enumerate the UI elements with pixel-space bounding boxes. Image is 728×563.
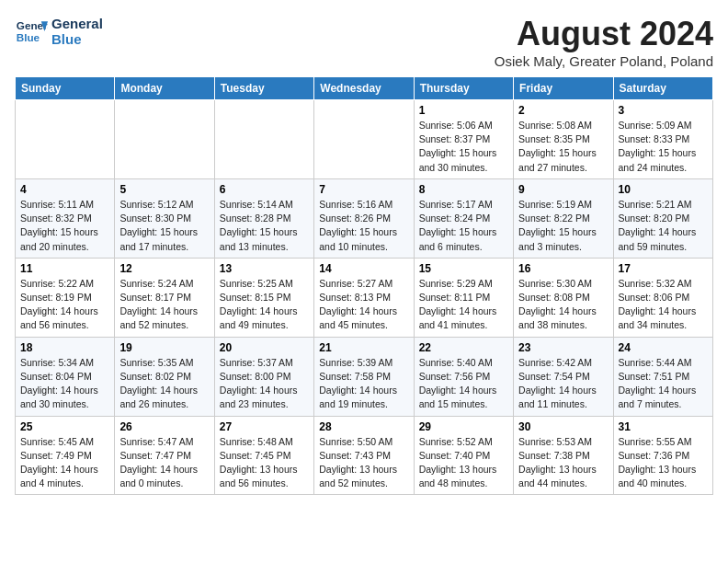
calendar-cell: 24Sunrise: 5:44 AM Sunset: 7:51 PM Dayli… [613, 337, 712, 416]
calendar-cell [214, 100, 313, 179]
day-info: Sunrise: 5:50 AM Sunset: 7:43 PM Dayligh… [319, 435, 408, 491]
day-info: Sunrise: 5:08 AM Sunset: 8:35 PM Dayligh… [518, 119, 608, 175]
day-number: 13 [220, 262, 309, 275]
calendar-cell [314, 100, 414, 179]
svg-text:Blue: Blue [17, 31, 40, 43]
day-info: Sunrise: 5:44 AM Sunset: 7:51 PM Dayligh… [619, 356, 708, 412]
week-row-2: 4Sunrise: 5:11 AM Sunset: 8:32 PM Daylig… [16, 178, 713, 258]
calendar-cell: 31Sunrise: 5:55 AM Sunset: 7:36 PM Dayli… [613, 416, 712, 495]
day-number: 27 [220, 420, 309, 433]
calendar-cell: 2Sunrise: 5:08 AM Sunset: 8:35 PM Daylig… [514, 100, 613, 179]
calendar-cell: 22Sunrise: 5:40 AM Sunset: 7:56 PM Dayli… [414, 337, 513, 416]
day-number: 1 [419, 104, 508, 117]
day-number: 19 [119, 341, 209, 354]
day-info: Sunrise: 5:17 AM Sunset: 8:24 PM Dayligh… [419, 198, 508, 254]
day-info: Sunrise: 5:14 AM Sunset: 8:28 PM Dayligh… [220, 198, 309, 254]
day-info: Sunrise: 5:42 AM Sunset: 7:54 PM Dayligh… [518, 356, 608, 412]
weekday-header-sunday: Sunday [16, 77, 115, 100]
calendar-cell: 1Sunrise: 5:06 AM Sunset: 8:37 PM Daylig… [414, 100, 513, 179]
day-info: Sunrise: 5:34 AM Sunset: 8:04 PM Dayligh… [20, 356, 109, 412]
month-title: August 2024 [495, 15, 713, 53]
week-row-5: 25Sunrise: 5:45 AM Sunset: 7:49 PM Dayli… [16, 416, 713, 495]
day-number: 16 [518, 262, 608, 275]
day-info: Sunrise: 5:52 AM Sunset: 7:40 PM Dayligh… [419, 435, 508, 491]
calendar-cell: 28Sunrise: 5:50 AM Sunset: 7:43 PM Dayli… [314, 416, 414, 495]
day-info: Sunrise: 5:37 AM Sunset: 8:00 PM Dayligh… [220, 356, 309, 412]
week-row-4: 18Sunrise: 5:34 AM Sunset: 8:04 PM Dayli… [16, 337, 713, 416]
calendar-cell: 8Sunrise: 5:17 AM Sunset: 8:24 PM Daylig… [414, 178, 513, 258]
weekday-header-tuesday: Tuesday [214, 77, 313, 100]
calendar-cell: 29Sunrise: 5:52 AM Sunset: 7:40 PM Dayli… [414, 416, 513, 495]
day-info: Sunrise: 5:19 AM Sunset: 8:22 PM Dayligh… [518, 198, 608, 254]
calendar-cell: 13Sunrise: 5:25 AM Sunset: 8:15 PM Dayli… [214, 258, 313, 337]
day-number: 4 [20, 183, 109, 196]
calendar-cell: 20Sunrise: 5:37 AM Sunset: 8:00 PM Dayli… [214, 337, 313, 416]
day-number: 11 [20, 262, 109, 275]
calendar-cell: 23Sunrise: 5:42 AM Sunset: 7:54 PM Dayli… [514, 337, 613, 416]
day-number: 7 [319, 183, 408, 196]
day-info: Sunrise: 5:48 AM Sunset: 7:45 PM Dayligh… [220, 435, 309, 491]
calendar-cell: 3Sunrise: 5:09 AM Sunset: 8:33 PM Daylig… [613, 100, 712, 179]
day-number: 15 [419, 262, 508, 275]
day-info: Sunrise: 5:11 AM Sunset: 8:32 PM Dayligh… [20, 198, 109, 254]
day-info: Sunrise: 5:22 AM Sunset: 8:19 PM Dayligh… [20, 277, 109, 333]
calendar-cell: 18Sunrise: 5:34 AM Sunset: 8:04 PM Dayli… [16, 337, 115, 416]
calendar-cell: 11Sunrise: 5:22 AM Sunset: 8:19 PM Dayli… [16, 258, 115, 337]
day-number: 23 [518, 341, 608, 354]
calendar-cell: 27Sunrise: 5:48 AM Sunset: 7:45 PM Dayli… [214, 416, 313, 495]
calendar-cell: 25Sunrise: 5:45 AM Sunset: 7:49 PM Dayli… [16, 416, 115, 495]
location-title: Osiek Maly, Greater Poland, Poland [495, 53, 713, 69]
calendar-cell: 14Sunrise: 5:27 AM Sunset: 8:13 PM Dayli… [314, 258, 414, 337]
calendar-cell: 10Sunrise: 5:21 AM Sunset: 8:20 PM Dayli… [613, 178, 712, 258]
weekday-header-friday: Friday [514, 77, 613, 100]
calendar-cell: 7Sunrise: 5:16 AM Sunset: 8:26 PM Daylig… [314, 178, 414, 258]
day-info: Sunrise: 5:25 AM Sunset: 8:15 PM Dayligh… [220, 277, 309, 333]
day-number: 29 [419, 420, 508, 433]
day-info: Sunrise: 5:45 AM Sunset: 7:49 PM Dayligh… [20, 435, 109, 491]
calendar-cell: 17Sunrise: 5:32 AM Sunset: 8:06 PM Dayli… [613, 258, 712, 337]
title-block: August 2024 Osiek Maly, Greater Poland, … [495, 15, 713, 69]
logo-general: General [51, 16, 103, 31]
calendar-cell: 16Sunrise: 5:30 AM Sunset: 8:08 PM Dayli… [514, 258, 613, 337]
day-number: 6 [220, 183, 309, 196]
logo-blue: Blue [51, 31, 103, 47]
calendar-cell: 19Sunrise: 5:35 AM Sunset: 8:02 PM Dayli… [115, 337, 214, 416]
calendar-cell: 21Sunrise: 5:39 AM Sunset: 7:58 PM Dayli… [314, 337, 414, 416]
day-number: 22 [419, 341, 508, 354]
week-row-1: 1Sunrise: 5:06 AM Sunset: 8:37 PM Daylig… [16, 100, 713, 179]
day-info: Sunrise: 5:09 AM Sunset: 8:33 PM Dayligh… [619, 119, 708, 175]
day-number: 20 [220, 341, 309, 354]
calendar-cell [16, 100, 115, 179]
calendar-cell: 6Sunrise: 5:14 AM Sunset: 8:28 PM Daylig… [214, 178, 313, 258]
calendar-cell [115, 100, 214, 179]
weekday-header-monday: Monday [115, 77, 214, 100]
weekday-header-row: SundayMondayTuesdayWednesdayThursdayFrid… [16, 77, 713, 100]
day-number: 12 [119, 262, 209, 275]
day-number: 21 [319, 341, 408, 354]
day-info: Sunrise: 5:55 AM Sunset: 7:36 PM Dayligh… [619, 435, 708, 491]
day-number: 30 [518, 420, 608, 433]
day-info: Sunrise: 5:32 AM Sunset: 8:06 PM Dayligh… [619, 277, 708, 333]
day-number: 8 [419, 183, 508, 196]
calendar-table: SundayMondayTuesdayWednesdayThursdayFrid… [15, 76, 713, 495]
day-info: Sunrise: 5:29 AM Sunset: 8:11 PM Dayligh… [419, 277, 508, 333]
day-number: 14 [319, 262, 408, 275]
weekday-header-wednesday: Wednesday [314, 77, 414, 100]
logo-icon: General Blue [15, 15, 48, 48]
day-number: 18 [20, 341, 109, 354]
day-number: 31 [619, 420, 708, 433]
day-info: Sunrise: 5:40 AM Sunset: 7:56 PM Dayligh… [419, 356, 508, 412]
day-number: 2 [518, 104, 608, 117]
day-info: Sunrise: 5:06 AM Sunset: 8:37 PM Dayligh… [419, 119, 508, 175]
calendar-cell: 26Sunrise: 5:47 AM Sunset: 7:47 PM Dayli… [115, 416, 214, 495]
day-number: 17 [619, 262, 708, 275]
day-info: Sunrise: 5:24 AM Sunset: 8:17 PM Dayligh… [119, 277, 209, 333]
day-number: 10 [619, 183, 708, 196]
day-number: 28 [319, 420, 408, 433]
day-info: Sunrise: 5:21 AM Sunset: 8:20 PM Dayligh… [619, 198, 708, 254]
day-info: Sunrise: 5:35 AM Sunset: 8:02 PM Dayligh… [119, 356, 209, 412]
calendar-cell: 9Sunrise: 5:19 AM Sunset: 8:22 PM Daylig… [514, 178, 613, 258]
calendar-cell: 12Sunrise: 5:24 AM Sunset: 8:17 PM Dayli… [115, 258, 214, 337]
weekday-header-saturday: Saturday [613, 77, 712, 100]
day-number: 5 [119, 183, 209, 196]
